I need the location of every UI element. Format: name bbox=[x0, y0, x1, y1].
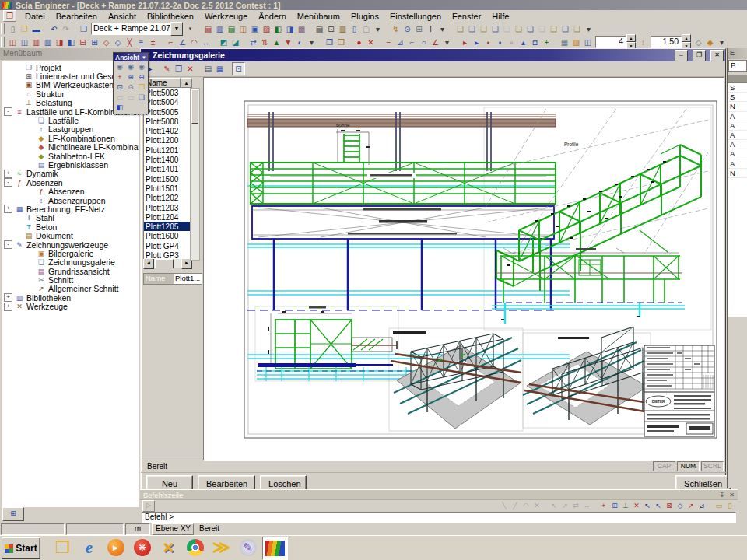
toolbar-icon[interactable]: ▢ bbox=[360, 23, 372, 35]
property-row[interactable]: S bbox=[728, 83, 747, 93]
taskbar-app[interactable]: ✎ bbox=[236, 537, 260, 558]
document-menu-icon[interactable]: ❐ bbox=[3, 10, 16, 22]
open-view-icon[interactable]: ❒ bbox=[136, 82, 147, 93]
plot-list-item[interactable]: Plott1400 bbox=[144, 155, 191, 164]
project-combobox[interactable]: Deck + Rampe 21.07 ▼ bbox=[91, 23, 183, 35]
scale-spinner[interactable]: 1.50 ▲▼ bbox=[651, 36, 691, 48]
snap-cursor-icon[interactable]: ↖ bbox=[642, 501, 653, 511]
toolbar-icon[interactable]: ❏ bbox=[454, 23, 466, 35]
tree-expander[interactable]: + bbox=[4, 205, 12, 213]
property-row[interactable]: A bbox=[728, 131, 747, 140]
toolbar-icon[interactable]: ❏ bbox=[501, 23, 513, 35]
snap-mid-icon[interactable]: ◇ bbox=[675, 501, 686, 511]
toolbar-icon[interactable]: ❏ bbox=[536, 23, 548, 35]
plot-list-item[interactable]: Plott5004 bbox=[144, 97, 191, 107]
menu-item[interactable]: Plugins bbox=[345, 12, 384, 21]
snap-angle-icon[interactable]: ⊿ bbox=[696, 501, 707, 511]
toolbar-icon[interactable]: ◫ bbox=[237, 23, 249, 35]
tree-item[interactable]: ◆ Nichtlineare LF-Kombinationen bbox=[2, 143, 139, 152]
toolbar-icon[interactable]: ⊿ bbox=[395, 37, 406, 48]
drawing-canvas[interactable]: Profile bbox=[203, 77, 724, 461]
undo-icon[interactable]: ↶ bbox=[48, 23, 60, 35]
preview-icon[interactable]: ⊡ bbox=[232, 62, 245, 75]
plot-list-item[interactable]: Plott5008 bbox=[144, 117, 191, 126]
toolbar-icon[interactable]: ✕ bbox=[365, 37, 377, 48]
toolbar-icon[interactable]: ▦ bbox=[559, 37, 570, 48]
toolbar-icon[interactable]: ◇ bbox=[100, 37, 112, 48]
edit-button[interactable]: Bearbeiten bbox=[198, 475, 255, 491]
snap-icon[interactable]: ⇄ bbox=[570, 501, 581, 511]
toolbar-icon[interactable]: ◧ bbox=[272, 23, 284, 35]
zoom-in-icon[interactable]: ⊕ bbox=[125, 72, 136, 82]
save-icon[interactable]: ▬ bbox=[30, 23, 42, 35]
snap-cross-icon[interactable]: ✕ bbox=[631, 501, 642, 511]
tree-item[interactable]: ƒ Absenzen bbox=[2, 187, 139, 195]
copy-drawing-icon[interactable]: ❐ bbox=[173, 63, 184, 75]
tree-item[interactable]: ▤ Ergebnisklassen bbox=[2, 160, 139, 169]
toolbar-icon[interactable]: ⇄ bbox=[247, 37, 259, 48]
plot-list-item[interactable]: Plott1401 bbox=[144, 164, 191, 173]
hscroll-thumb[interactable] bbox=[155, 259, 174, 268]
nav-arrow-icon[interactable]: ▷ bbox=[142, 500, 155, 512]
start-button[interactable]: Start bbox=[2, 537, 40, 559]
view-icon[interactable]: ◉ bbox=[136, 62, 147, 72]
toolbar-icon[interactable]: ◐ bbox=[294, 37, 306, 48]
scroll-left-icon[interactable]: ◄ bbox=[143, 258, 154, 269]
plot-list-item[interactable]: Plott1202 bbox=[144, 193, 191, 202]
print-drawing-icon[interactable]: ▤ bbox=[202, 63, 214, 75]
toolbar-icon[interactable]: ▨ bbox=[570, 37, 582, 48]
toolbar-icon[interactable]: ◘ bbox=[529, 37, 541, 48]
tree-expander[interactable]: + bbox=[4, 170, 12, 178]
delete-drawing-icon[interactable]: ✕ bbox=[184, 63, 196, 75]
property-row[interactable]: A bbox=[728, 112, 747, 121]
plot-list-item[interactable]: Plott1200 bbox=[144, 135, 191, 145]
property-row[interactable]: A bbox=[728, 121, 747, 131]
toolbar-icon[interactable]: ± bbox=[147, 37, 159, 48]
app-titlebar[interactable]: Scia Engineer - [Deck + Rampe 21.07.12-2… bbox=[0, 0, 747, 10]
property-row[interactable]: N bbox=[728, 169, 747, 178]
minimize-icon[interactable]: – bbox=[675, 50, 688, 61]
toolbar-icon[interactable]: ❏ bbox=[513, 23, 524, 35]
property-value[interactable]: Plott1... bbox=[174, 274, 202, 284]
tree-item[interactable]: + ▥ Bibliotheken bbox=[2, 293, 139, 302]
toolbar-icon[interactable]: ▯ bbox=[349, 23, 360, 35]
snap-icon[interactable]: ╲ bbox=[499, 501, 510, 511]
toolbar-icon[interactable]: ◠ bbox=[188, 37, 200, 48]
toolbar-icon[interactable]: ▥ bbox=[42, 37, 54, 48]
tree-item[interactable]: ❏ Lastfälle bbox=[2, 116, 139, 124]
toolbar-icon[interactable]: ❏ bbox=[524, 23, 536, 35]
toolbar-icon[interactable]: ▴ bbox=[517, 37, 529, 48]
plot-list-header[interactable]: Name bbox=[143, 78, 181, 88]
toolbar-icon[interactable]: ❏ bbox=[489, 23, 501, 35]
snap-icon[interactable]: ↔ bbox=[581, 501, 592, 511]
delete-button[interactable]: Löschen bbox=[260, 475, 307, 491]
snap-icon[interactable]: ↗ bbox=[559, 501, 570, 511]
active-members-spinner[interactable]: 4 ▲▼ bbox=[595, 36, 636, 48]
toolbar-icon[interactable]: ▸ bbox=[471, 37, 482, 48]
spinner-up-icon[interactable]: ▲ bbox=[626, 34, 636, 42]
toolbar-icon[interactable]: ● bbox=[353, 37, 365, 48]
toolbar-icon[interactable]: ▼ bbox=[282, 37, 294, 48]
view-icon[interactable]: ◉ bbox=[125, 62, 136, 72]
tree-item[interactable]: ↕ Lastgruppen bbox=[2, 125, 139, 134]
toolbar-icon[interactable]: ∠ bbox=[177, 37, 188, 48]
menu-item[interactable]: Hilfe bbox=[486, 12, 514, 21]
more-icon[interactable]: ▾ bbox=[716, 37, 728, 48]
plot-list-item[interactable]: Plott1501 bbox=[144, 184, 191, 193]
taskbar-app[interactable]: ▶ bbox=[103, 537, 128, 558]
zoom-out-icon[interactable]: ⊖ bbox=[136, 72, 147, 82]
menu-item[interactable]: Bibliotheken bbox=[142, 12, 199, 21]
tree-item[interactable]: ◆ Stahlbeton-LFK bbox=[2, 152, 139, 160]
toolbar-icon[interactable]: ▥ bbox=[30, 37, 42, 48]
plot-list-item[interactable]: Plott1205 bbox=[144, 222, 191, 231]
tree-expander[interactable]: + bbox=[4, 293, 12, 302]
maximize-icon[interactable]: ❐ bbox=[693, 50, 706, 61]
snap-icon[interactable]: ↖ bbox=[549, 501, 559, 511]
snap-box-icon[interactable]: ⊠ bbox=[664, 501, 675, 511]
toolbar-icon[interactable]: ▫ bbox=[506, 37, 517, 48]
plot-list-item[interactable]: Plott1600 bbox=[144, 231, 191, 240]
toolbar-icon[interactable]: ⇅ bbox=[259, 37, 271, 48]
toolbar-icon[interactable]: ⊞ bbox=[89, 37, 100, 48]
export-drawing-icon[interactable]: ▦ bbox=[214, 63, 226, 75]
toolbar-icon[interactable]: ⌐ bbox=[406, 37, 418, 48]
